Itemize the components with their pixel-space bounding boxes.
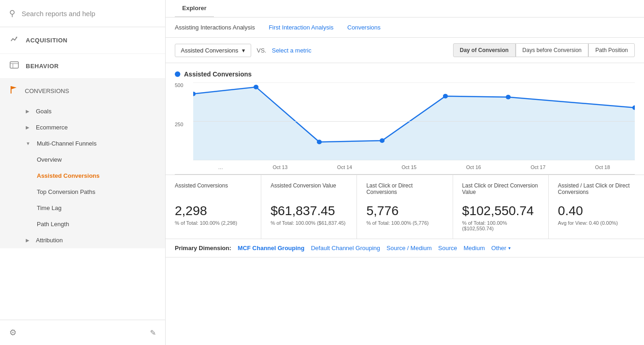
other-dropdown[interactable]: Other ▾	[491, 245, 511, 251]
stat-label-3: Last Click or Direct Conversion Value	[462, 182, 539, 199]
chart-title: Assisted Conversions	[175, 70, 635, 78]
time-btn-days-before-conversion[interactable]: Days before Conversion	[516, 43, 589, 57]
stat-sub-3: % of Total: 100.00% ($102,550.74)	[462, 220, 539, 231]
analysis-tabs: Assisting Interactions Analysis First In…	[166, 18, 644, 38]
prim-link-source[interactable]: Source	[438, 245, 457, 251]
chart-point-2	[317, 140, 322, 144]
primary-dimension-bar: Primary Dimension: MCF Channel Grouping …	[166, 239, 644, 257]
search-bar[interactable]: ⚲ Search reports and help	[0, 0, 165, 27]
x-label-6: Oct 18	[595, 164, 610, 170]
other-caret-icon: ▾	[508, 246, 511, 251]
search-placeholder: Search reports and help	[22, 10, 95, 18]
stat-cell-1: Assisted Conversion Value $61,837.45 % o…	[261, 175, 357, 239]
attribution-label: Attribution	[36, 237, 63, 244]
acquisition-icon	[9, 35, 19, 46]
stat-value-0: 2,298	[175, 204, 252, 218]
gear-icon[interactable]: ⚙	[9, 327, 17, 338]
search-icon: ⚲	[9, 8, 15, 18]
top-conversion-paths-label: Top Conversion Paths	[37, 188, 95, 195]
analysis-tab-conversions[interactable]: Conversions	[347, 24, 380, 31]
goals-arrow: ▶	[26, 109, 29, 114]
stat-label-1: Assisted Conversion Value	[270, 182, 347, 199]
mcf-label: Multi-Channel Funnels	[37, 140, 97, 147]
prim-link-source-medium[interactable]: Source / Medium	[386, 245, 431, 251]
stat-value-4: 0.40	[558, 204, 635, 218]
sidebar-item-mcf[interactable]: ▼ Multi-Channel Funnels	[26, 135, 165, 152]
chart-point-4	[443, 94, 448, 99]
sidebar-item-path-length[interactable]: Path Length	[37, 216, 165, 232]
x-label-2: Oct 14	[337, 164, 352, 170]
stat-sub-1: % of Total: 100.00% ($61,837.45)	[270, 220, 347, 226]
overview-label: Overview	[37, 156, 62, 163]
sidebar-item-conversions[interactable]: CONVERSIONS	[0, 79, 165, 103]
sidebar-item-top-conversion-paths[interactable]: Top Conversion Paths	[37, 184, 165, 200]
metric-selected: Assisted Conversions	[181, 47, 238, 54]
mcf-sub-items: Overview Assisted Conversions Top Conver…	[0, 152, 165, 232]
svg-rect-1	[10, 62, 18, 68]
stat-value-2: 5,776	[366, 204, 443, 218]
stat-value-1: $61,837.45	[270, 204, 347, 218]
stat-sub-2: % of Total: 100.00% (5,776)	[366, 220, 443, 226]
chart-y-labels: 500 250	[175, 82, 193, 160]
analysis-tab-first-interaction[interactable]: First Interaction Analysis	[269, 24, 334, 31]
x-label-1: Oct 13	[273, 164, 288, 170]
sidebar-item-ecommerce[interactable]: ▶ Ecommerce	[26, 119, 165, 135]
sidebar: ⚲ Search reports and help ACQUISITION BE…	[0, 0, 166, 345]
behavior-icon	[9, 61, 19, 71]
tab-explorer[interactable]: Explorer	[175, 0, 214, 17]
time-btn-path-position[interactable]: Path Position	[588, 43, 635, 57]
ecommerce-arrow: ▶	[26, 125, 29, 130]
conversions-sub-items: ▶ Goals ▶ Ecommerce ▼ Multi-Channel Funn…	[0, 103, 165, 152]
sidebar-item-behavior[interactable]: BEHAVIOR	[0, 54, 165, 79]
sidebar-item-goals[interactable]: ▶ Goals	[26, 103, 165, 119]
primary-dimension-label: Primary Dimension:	[175, 245, 231, 251]
chart-area: Assisted Conversions 500 250	[166, 63, 644, 175]
goals-label: Goals	[36, 108, 52, 115]
chart-title-text: Assisted Conversions	[184, 70, 252, 78]
stat-sub-4: Avg for View: 0.40 (0.00%)	[558, 220, 635, 226]
stat-sub-0: % of Total: 100.00% (2,298)	[175, 220, 252, 226]
stat-label-0: Assisted Conversions	[175, 182, 252, 199]
stat-value-3: $102,550.74	[462, 204, 539, 218]
analysis-tab-assisting[interactable]: Assisting Interactions Analysis	[175, 24, 255, 31]
stat-cell-4: Assisted / Last Click or Direct Conversi…	[549, 175, 644, 239]
chart-container: 500 250	[175, 82, 635, 175]
y-label-250: 250	[175, 122, 193, 127]
sidebar-item-attribution[interactable]: ▶ Attribution	[26, 232, 165, 248]
svg-marker-4	[193, 87, 635, 160]
stat-cell-0: Assisted Conversions 2,298 % of Total: 1…	[166, 175, 261, 239]
behavior-label: BEHAVIOR	[26, 63, 59, 70]
stats-row: Assisted Conversions 2,298 % of Total: 1…	[166, 175, 644, 239]
path-length-label: Path Length	[37, 221, 69, 228]
chart-point-3	[380, 138, 385, 143]
conversions-label: CONVERSIONS	[25, 88, 69, 94]
stat-cell-3: Last Click or Direct Conversion Value $1…	[453, 175, 549, 239]
chart-point-1	[253, 85, 259, 89]
prim-link-default-channel[interactable]: Default Channel Grouping	[311, 245, 380, 251]
stat-label-4: Assisted / Last Click or Direct Conversi…	[558, 182, 635, 199]
other-label: Other	[491, 245, 506, 251]
vs-label: VS.	[257, 47, 266, 54]
sidebar-item-time-lag[interactable]: Time Lag	[37, 200, 165, 216]
time-lag-label: Time Lag	[37, 205, 62, 211]
chart-x-labels: … Oct 13 Oct 14 Oct 15 Oct 16 Oct 17 Oct…	[193, 160, 635, 174]
sidebar-bottom: ⚙ ✎	[0, 320, 165, 345]
sidebar-item-overview[interactable]: Overview	[37, 152, 165, 168]
conversions-section: CONVERSIONS ▶ Goals ▶ Ecommerce ▼ Multi-…	[0, 79, 165, 248]
x-label-0: …	[218, 164, 223, 170]
stat-label-2: Last Click or Direct Conversions	[366, 182, 443, 199]
stat-cell-2: Last Click or Direct Conversions 5,776 %…	[357, 175, 453, 239]
metric-bar: Assisted Conversions ▾ VS. Select a metr…	[166, 38, 644, 63]
select-metric-link[interactable]: Select a metric	[272, 47, 311, 54]
prim-link-medium[interactable]: Medium	[464, 245, 485, 251]
sidebar-item-acquisition[interactable]: ACQUISITION	[0, 27, 165, 54]
x-label-5: Oct 17	[530, 164, 545, 170]
metric-dropdown[interactable]: Assisted Conversions ▾	[175, 44, 251, 57]
sidebar-item-assisted-conversions[interactable]: Assisted Conversions	[37, 168, 165, 184]
prim-link-mcf[interactable]: MCF Channel Grouping	[238, 245, 305, 251]
tab-bar: Explorer	[166, 0, 644, 18]
edit-icon[interactable]: ✎	[150, 328, 156, 337]
time-btn-day-of-conversion[interactable]: Day of Conversion	[453, 43, 516, 57]
main-content: Explorer Assisting Interactions Analysis…	[166, 0, 644, 345]
chart-point-5	[506, 95, 511, 99]
